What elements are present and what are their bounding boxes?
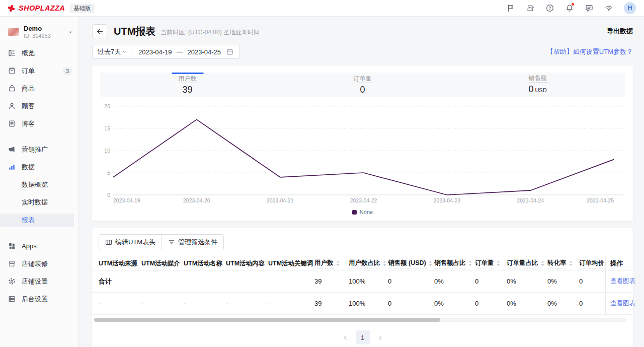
column-header-6[interactable]: 用户数占比 [349, 259, 388, 268]
dashboard-icon [8, 49, 16, 57]
next-page-button[interactable] [377, 334, 383, 341]
store-selector[interactable]: Demo ID: 314253 [0, 22, 78, 45]
sort-icon[interactable] [540, 260, 545, 266]
user-avatar[interactable]: H [624, 2, 636, 14]
svg-text:0: 0 [107, 192, 110, 198]
table-cell: 100% [349, 277, 388, 285]
metric-label: 用户数 [179, 75, 197, 83]
shoplazza-wordmark: SHOPLAZZA [19, 4, 65, 12]
sort-icon[interactable] [468, 260, 472, 266]
table-row: -----39100%00%00%0%0查看图表 [92, 293, 633, 315]
column-label: 销售额 (USD) [388, 259, 426, 268]
sidebar-item-store-design[interactable]: 店铺装修 [0, 257, 78, 270]
chat-icon[interactable] [585, 4, 594, 13]
metric-value: 0USD [528, 84, 546, 95]
table-cell: 0 [475, 300, 507, 307]
metric-tab-1[interactable]: 订单量0 [275, 73, 450, 97]
sidebar-item-admin-settings[interactable]: 后台设置 [0, 293, 78, 305]
sidebar-item-orders[interactable]: 订单3 [0, 64, 78, 77]
store-id: ID: 314253 [24, 32, 51, 39]
date-end: 2023-04-25 [188, 48, 221, 56]
orders-count-badge: 3 [63, 67, 72, 75]
table-cell: 合计 [99, 277, 141, 286]
manage-filters-button[interactable]: 管理筛选条件 [162, 235, 223, 250]
orders-icon [8, 67, 16, 75]
column-header-7[interactable]: 销售额 (USD) [388, 259, 434, 268]
svg-text:2023-04-22: 2023-04-22 [350, 197, 377, 203]
table-cell: - [268, 300, 314, 307]
column-header-9[interactable]: 订单量 [475, 259, 507, 268]
table-toolbar: 编辑UTM表头管理筛选条件 [99, 234, 224, 250]
svg-text:?: ? [548, 6, 551, 11]
table-cell: 0 [579, 300, 605, 307]
sidebar-item-products[interactable]: 商品 [0, 82, 78, 95]
flag-icon[interactable] [506, 4, 515, 13]
column-label: UTM活动内容 [226, 259, 265, 268]
column-header-2: UTM活动名称 [184, 259, 226, 268]
shoplazza-logo[interactable]: SHOPLAZZA [7, 4, 65, 13]
table-cell: - [99, 300, 141, 307]
column-header-0: UTM活动来源 [99, 259, 141, 268]
blog-icon [8, 120, 16, 128]
sidebar-subitem-realtime-data[interactable]: 实时数据 [0, 196, 78, 209]
storefront-icon[interactable] [526, 4, 535, 13]
column-header-12[interactable]: 订单均价 (USD) [579, 259, 605, 268]
metric-tab-0[interactable]: 用户数39 [100, 73, 275, 97]
back-button[interactable] [92, 24, 107, 38]
svg-text:2023-04-20: 2023-04-20 [183, 197, 210, 203]
page-header: UTM报表 当前时区: (UTC-04:00) 圣地亚哥时间 导出数据 [92, 24, 633, 38]
sidebar-item-label: 店铺装修 [22, 260, 48, 268]
help-icon[interactable]: ? [545, 4, 554, 13]
sidebar-item-label: Apps [22, 242, 37, 250]
svg-text:10: 10 [104, 148, 110, 154]
sidebar-item-blog[interactable]: 博客 [0, 117, 78, 130]
column-header-10[interactable]: 订单量占比 [507, 259, 547, 268]
column-label: 订单量 [475, 259, 494, 268]
chevron-down-icon [68, 30, 73, 35]
column-label: 用户数 [314, 259, 334, 268]
sidebar-item-apps[interactable]: Apps [0, 240, 78, 252]
sort-icon[interactable] [336, 260, 340, 266]
sidebar-item-label: 订单 [22, 67, 35, 75]
sidebar-item-customers[interactable]: 顾客 [0, 100, 78, 112]
table-cell: 0% [507, 277, 547, 285]
sort-icon[interactable] [496, 260, 501, 266]
sidebar-item-label: 博客 [22, 120, 35, 128]
column-header-8[interactable]: 销售额占比 [434, 259, 475, 268]
customers-icon [8, 102, 16, 110]
date-start: 2023-04-19 [138, 48, 172, 56]
range-preset-value: 过去7天 [98, 47, 121, 56]
sidebar-item-marketing[interactable]: 营销推广 [0, 143, 78, 156]
view-chart-link[interactable]: 查看图表 [610, 299, 635, 308]
sort-icon[interactable] [382, 260, 387, 266]
sort-icon[interactable] [569, 260, 573, 266]
date-filter-group: 过去7天 2023-04-19 — 2023-04-25 [92, 45, 240, 59]
sidebar-item-overview[interactable]: 概览 [0, 47, 78, 59]
svg-text:5: 5 [107, 170, 110, 176]
view-chart-link[interactable]: 查看图表 [610, 277, 635, 286]
wifi-icon[interactable] [604, 4, 613, 13]
sidebar-item-label: 营销推广 [22, 146, 48, 154]
actions-cell: 查看图表 [605, 270, 637, 292]
page-number[interactable]: 1 [356, 330, 370, 344]
sidebar-subitem-data-overview[interactable]: 数据概览 [0, 178, 78, 191]
sidebar-item-analytics[interactable]: 数据 [0, 161, 78, 173]
bell-icon[interactable] [565, 4, 574, 13]
date-range-input[interactable]: 2023-04-19 — 2023-04-25 [132, 45, 239, 58]
column-header-5[interactable]: 用户数 [314, 259, 349, 268]
metric-tab-2[interactable]: 销售额0USD [450, 73, 625, 97]
scrollbar-thumb[interactable] [94, 318, 440, 322]
export-data-button[interactable]: 导出数据 [607, 27, 633, 36]
legend-label: None [360, 209, 373, 215]
edit-utm-headers-button[interactable]: 编辑UTM表头 [99, 235, 162, 250]
plan-badge: 基础版 [70, 4, 95, 13]
range-preset-select[interactable]: 过去7天 [93, 45, 132, 58]
sidebar-item-store-settings[interactable]: 店铺设置 [0, 275, 78, 288]
horizontal-scrollbar[interactable] [94, 318, 626, 322]
sort-icon[interactable] [428, 260, 433, 266]
prev-page-button[interactable] [342, 334, 349, 341]
sidebar-subitem-reports[interactable]: 报表 [0, 214, 74, 227]
utm-help-link[interactable]: 【帮助】如何设置UTM参数？ [547, 47, 633, 56]
column-header-11[interactable]: 转化率 [547, 259, 579, 268]
chart-legend: None [100, 208, 625, 216]
